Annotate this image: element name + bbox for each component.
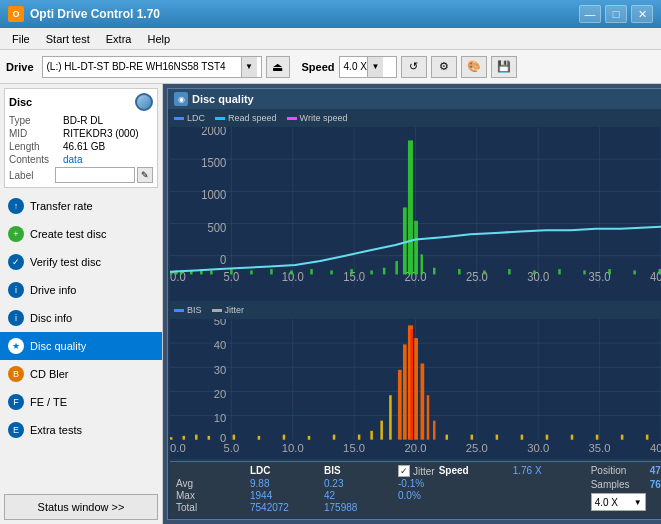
disc-icon: [135, 93, 153, 111]
status-window-button[interactable]: Status window >>: [4, 494, 158, 520]
max-label: Max: [176, 490, 246, 501]
bottom-chart-legend: BIS Jitter: [170, 303, 661, 317]
menu-file[interactable]: File: [4, 31, 38, 47]
svg-text:0.0: 0.0: [170, 443, 186, 455]
fe-te-icon: F: [8, 394, 24, 410]
menu-start-test[interactable]: Start test: [38, 31, 98, 47]
svg-rect-123: [398, 370, 402, 440]
svg-rect-138: [621, 435, 624, 440]
sidebar-item-create-test-disc[interactable]: + Create test disc: [0, 220, 162, 248]
position-row: Position 47731 MB: [591, 465, 661, 476]
disc-header: Disc: [9, 93, 153, 111]
svg-rect-113: [208, 436, 211, 440]
disc-length-row: Length 46.61 GB: [9, 141, 153, 152]
speed-selector[interactable]: 4.0 X ▼: [591, 493, 646, 511]
samples-row: Samples 761900: [591, 479, 661, 490]
right-stats: Position 47731 MB Samples 761900 4.0 X ▼: [591, 465, 661, 511]
svg-rect-121: [380, 421, 383, 440]
refresh-button[interactable]: ↺: [401, 56, 427, 78]
svg-rect-51: [330, 270, 333, 274]
svg-rect-131: [446, 435, 449, 440]
content-area: ◉ Disc quality LDC Read speed: [163, 84, 661, 524]
minimize-button[interactable]: —: [579, 5, 601, 23]
bottom-chart-svg: 50 40 30 20 10 0 10% 8% 6% 4%: [170, 319, 661, 459]
sidebar-label-verify-test-disc: Verify test disc: [30, 256, 101, 268]
max-jitter: 0.0%: [398, 490, 468, 501]
disc-title: Disc: [9, 96, 32, 108]
sidebar-item-extra-tests[interactable]: E Extra tests: [0, 416, 162, 444]
disc-label-row: Label ✎: [9, 167, 153, 183]
svg-rect-46: [230, 269, 233, 274]
svg-rect-54: [383, 268, 386, 275]
svg-text:0: 0: [220, 252, 227, 265]
svg-rect-118: [333, 435, 336, 440]
svg-text:1500: 1500: [201, 156, 227, 169]
svg-rect-56: [403, 207, 407, 274]
sidebar-item-disc-info[interactable]: i Disc info: [0, 304, 162, 332]
bottom-chart: 50 40 30 20 10 0 10% 8% 6% 4%: [170, 319, 661, 459]
sidebar-item-drive-info[interactable]: i Drive info: [0, 276, 162, 304]
sidebar-item-cd-bler[interactable]: B CD Bler: [0, 360, 162, 388]
svg-text:40: 40: [214, 340, 227, 352]
create-test-disc-icon: +: [8, 226, 24, 242]
svg-text:500: 500: [208, 220, 227, 233]
disc-quality-header: ◉ Disc quality: [168, 89, 661, 109]
skin-button[interactable]: 🎨: [461, 56, 487, 78]
sidebar-item-verify-test-disc[interactable]: ✓ Verify test disc: [0, 248, 162, 276]
svg-rect-63: [508, 269, 511, 274]
speed-selector-row[interactable]: 4.0 X ▼: [591, 493, 661, 511]
svg-text:2000: 2000: [201, 127, 227, 137]
maximize-button[interactable]: □: [605, 5, 627, 23]
window-controls: — □ ✕: [579, 5, 653, 23]
speed-current-value: 1.76 X: [513, 465, 583, 477]
eject-button[interactable]: ⏏: [266, 56, 290, 78]
svg-rect-66: [583, 270, 586, 274]
stats-table: LDC BIS ✓ Jitter Speed 1.76 X Avg 9.88: [176, 465, 583, 514]
svg-rect-130: [410, 329, 413, 440]
close-button[interactable]: ✕: [631, 5, 653, 23]
drive-select[interactable]: (L:) HL-DT-ST BD-RE WH16NS58 TST4 ▼: [42, 56, 262, 78]
svg-rect-61: [458, 269, 461, 274]
svg-rect-112: [195, 435, 198, 440]
avg-row: Avg 9.88 0.23 -0.1%: [176, 478, 583, 489]
svg-rect-110: [170, 437, 173, 440]
sidebar: Disc Type BD-R DL MID RITEKDR3 (000) Len…: [0, 84, 163, 524]
label-input[interactable]: [55, 167, 135, 183]
jitter-checkbox-item[interactable]: ✓ Jitter: [398, 465, 435, 477]
sidebar-label-extra-tests: Extra tests: [30, 424, 82, 436]
mid-value: RITEKDR3 (000): [63, 128, 139, 139]
menu-help[interactable]: Help: [139, 31, 178, 47]
settings-button[interactable]: ⚙: [431, 56, 457, 78]
save-button[interactable]: 💾: [491, 56, 517, 78]
svg-rect-133: [496, 435, 499, 440]
sidebar-item-disc-quality[interactable]: ★ Disc quality: [0, 332, 162, 360]
top-chart-svg: 2000 1500 1000 500 0 18X 16X 14X 12X: [170, 127, 661, 301]
avg-bis: 0.23: [324, 478, 394, 489]
max-ldc: 1944: [250, 490, 320, 501]
type-value: BD-R DL: [63, 115, 103, 126]
svg-rect-65: [558, 269, 561, 274]
svg-text:1000: 1000: [201, 188, 227, 201]
svg-rect-115: [258, 436, 261, 440]
svg-rect-49: [290, 270, 293, 274]
jitter-checkbox[interactable]: ✓: [398, 465, 410, 477]
svg-text:30.0: 30.0: [527, 270, 549, 283]
sidebar-item-fe-te[interactable]: F FE / TE: [0, 388, 162, 416]
avg-jitter: -0.1%: [398, 478, 468, 489]
svg-rect-137: [596, 435, 599, 440]
legend-bis: BIS: [174, 305, 202, 315]
menu-extra[interactable]: Extra: [98, 31, 140, 47]
speed-header: Speed: [439, 465, 509, 477]
svg-rect-117: [308, 436, 311, 440]
sidebar-label-disc-quality: Disc quality: [30, 340, 86, 352]
svg-rect-67: [608, 269, 611, 274]
svg-text:10: 10: [214, 412, 227, 424]
label-edit-button[interactable]: ✎: [137, 167, 153, 183]
sidebar-menu: ↑ Transfer rate + Create test disc ✓ Ver…: [0, 192, 162, 490]
speed-select[interactable]: 4.0 X ▼: [339, 56, 397, 78]
sidebar-item-transfer-rate[interactable]: ↑ Transfer rate: [0, 192, 162, 220]
stats-area: LDC BIS ✓ Jitter Speed 1.76 X Avg 9.88: [170, 461, 661, 517]
total-bis: 175988: [324, 502, 394, 513]
svg-rect-129: [433, 421, 436, 440]
top-chart: 2000 1500 1000 500 0 18X 16X 14X 12X: [170, 127, 661, 301]
